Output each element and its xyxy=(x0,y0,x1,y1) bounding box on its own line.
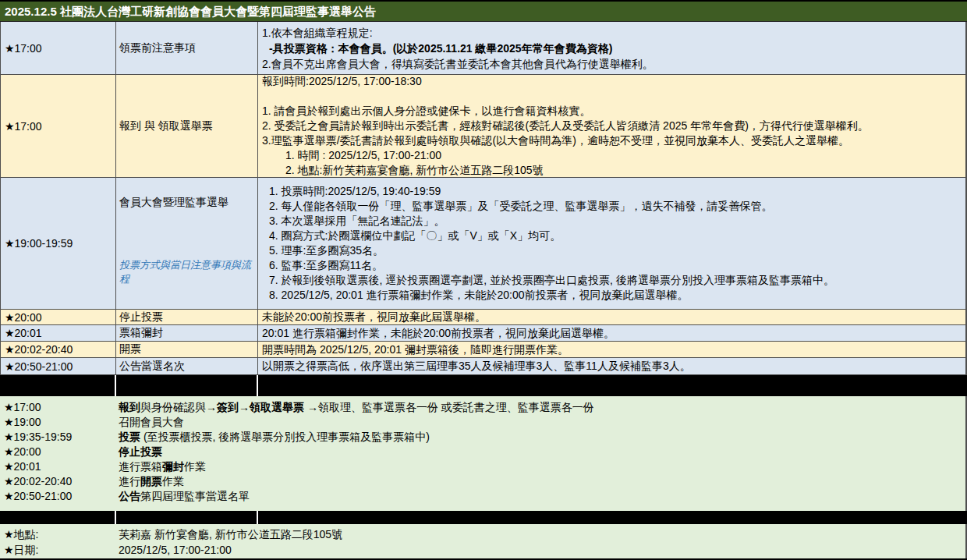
agenda-row: ★20:01 進行票箱彌封作業 xyxy=(0,459,965,474)
time-cell: ★20:50-21:00 xyxy=(1,358,116,374)
agenda-text-part: 簽到 xyxy=(217,401,239,413)
content-line: 2.會員不克出席會員大會，得填寫委託書並委託本會其他會員代為行使選舉權利。 xyxy=(262,56,962,72)
separator-bar xyxy=(0,511,967,524)
content-cell: 未能於20:00前投票者，視同放棄此屆選舉權。 xyxy=(258,310,965,324)
agenda-text-part: 作業 xyxy=(162,475,184,487)
schedule-table: ★17:00 領票前注意事項 1.依本會組織章程規定:-具投票資格：本會會員。(… xyxy=(0,22,967,375)
subject-label: 票箱彌封 xyxy=(119,326,254,340)
content-line: 20:01 進行票箱彌封作業，未能於20:00前投票者，視同放棄此屆選舉權。 xyxy=(262,326,962,341)
content-line: 3. 本次選舉採用「無記名連記法」。 xyxy=(262,214,962,229)
footer-label: ★地點: xyxy=(0,526,115,542)
agenda-text-part: →領取理、監事選票各一份 或委託書之理、監事選票各一份 xyxy=(304,401,594,413)
subject-cell: 會員大會暨理監事選舉 投票方式與當日注意事項與流程 xyxy=(116,178,258,309)
agenda-text-part: 彌封 xyxy=(162,460,184,473)
content-line: 3.理監事選舉票/委託書請於報到處時領取與確認(以大會時間為準)，逾時恕不受理，… xyxy=(262,133,962,148)
content-line: 報到時間:2025/12/5, 17:00-18:30 xyxy=(262,75,962,89)
agenda-text-part: → xyxy=(239,401,250,413)
agenda-text-part: 報到 xyxy=(119,401,140,413)
agenda-content: 停止投票 xyxy=(115,445,965,459)
content-cell: 20:01 進行票箱彌封作業，未能於20:00前投票者，視同放棄此屆選舉權。 xyxy=(258,325,965,341)
subject-note: 投票方式與當日注意事項與流程 xyxy=(119,258,254,286)
time-cell: ★17:00 xyxy=(1,22,116,74)
subject-cell: 票箱彌封 xyxy=(116,325,258,341)
agenda-row: ★19:35-19:59 投票 (至投票櫃投票, 後將選舉票分別投入理事票箱及監… xyxy=(0,430,965,445)
content-cell: 以開票之得票高低，依序選出第三屆理事35人及候補理事3人、監事11人及候補監事3… xyxy=(258,358,965,374)
agenda-text-part: 領取選舉票 xyxy=(250,401,304,413)
agenda-time: ★20:50-21:00 xyxy=(0,489,115,504)
separator-segment xyxy=(258,375,967,396)
schedule-row: ★17:00 領票前注意事項 1.依本會組織章程規定:-具投票資格：本會會員。(… xyxy=(0,22,967,75)
subject-cell: 開票 xyxy=(116,342,258,357)
separator-segment xyxy=(116,511,257,524)
separator-segment xyxy=(0,375,115,396)
content-line xyxy=(262,89,962,104)
subject-label: 會員大會暨理監事選舉 xyxy=(119,196,254,210)
agenda-row: ★20:02-20:40 進行開票作業 xyxy=(0,474,965,489)
subject-label: 停止投票 xyxy=(119,310,254,324)
agenda-content: 進行開票作業 xyxy=(115,474,965,489)
footer-value: 芙莉嘉 新竹宴會廳, 新竹市公道五路二段105號 xyxy=(115,526,965,542)
content-line: 5. 理事:至多圈寫35名。 xyxy=(262,243,962,258)
agenda-time: ★20:01 xyxy=(0,459,115,474)
time-cell: ★20:01 xyxy=(1,325,116,341)
agenda-content: 進行票箱彌封作業 xyxy=(115,459,965,474)
content-line: 1. 請會員於報到處出示個人身分證或健保卡，以進行會籍資料核實。 xyxy=(262,104,962,119)
content-line: 6. 監事:至多圈寫11名。 xyxy=(262,258,962,273)
content-cell: 1. 投票時間:2025/12/5, 19:40-19:592. 每人僅能各領取… xyxy=(258,178,965,309)
schedule-row: ★17:00 報到 與 領取選舉票 報到時間:2025/12/5, 17:00-… xyxy=(0,75,967,178)
agenda-time: ★20:00 xyxy=(0,445,115,459)
separator-segment xyxy=(0,511,115,524)
separator-segment xyxy=(116,375,257,396)
schedule-row: ★20:00 停止投票 未能於20:00前投票者，視同放棄此屆選舉權。 xyxy=(0,310,967,325)
footer-value: 2025/12/5, 17:00-21:00 xyxy=(115,542,965,558)
content-line: 1. 時間 : 2025/12/5, 17:00-21:00 xyxy=(262,148,962,163)
separator-segment xyxy=(258,511,967,524)
agenda-row: ★19:00 召開會員大會 xyxy=(0,415,965,430)
footer-row: ★地點: 芙莉嘉 新竹宴會廳, 新竹市公道五路二段105號 xyxy=(0,526,965,542)
separator-bar xyxy=(0,375,967,396)
content-cell: 1.依本會組織章程規定:-具投票資格：本會會員。(以於2025.11.21 繳畢… xyxy=(258,22,965,74)
agenda-text-part: 第四屆理監事當選名單 xyxy=(140,490,250,502)
content-cell: 開票時間為 2025/12/5, 20:01 彌封票箱後，隨即進行開票作業。 xyxy=(258,342,965,357)
subject-cell: 公告當選名次 xyxy=(116,358,258,374)
content-cell: 報到時間:2025/12/5, 17:00-18:30 1. 請會員於報到處出示… xyxy=(258,75,965,177)
subject-label: 報到 與 領取選舉票 xyxy=(119,119,254,133)
agenda-content: 召開會員大會 xyxy=(115,415,965,430)
agenda-row: ★20:50-21:00 公告第四屆理監事當選名單 xyxy=(0,489,965,504)
venue-section: ★地點: 芙莉嘉 新竹宴會廳, 新竹市公道五路二段105號 ★日期: 2025/… xyxy=(0,524,967,558)
content-line: -具投票資格：本會會員。(以於2025.11.21 繳畢2025年常年會費為資格… xyxy=(262,41,962,56)
agenda-time: ★20:02-20:40 xyxy=(0,474,115,489)
agenda-text-part: (至投票櫃投票, 後將選舉票分別投入理事票箱及監事票箱中) xyxy=(140,431,430,443)
schedule-row: ★20:02-20:40 開票 開票時間為 2025/12/5, 20:01 彌… xyxy=(0,342,967,358)
agenda-text-part: 投票 xyxy=(119,431,140,443)
subject-cell: 領票前注意事項 xyxy=(116,22,258,74)
agenda-content: 投票 (至投票櫃投票, 後將選舉票分別投入理事票箱及監事票箱中) xyxy=(115,430,965,445)
content-line: 4. 圈寫方式:於圈選欄位中劃記「〇」或「V」或「X」均可。 xyxy=(262,229,962,243)
agenda-text-part: 進行 xyxy=(119,475,140,487)
agenda-text-part: 停止投票 xyxy=(119,445,162,458)
time-cell: ★20:02-20:40 xyxy=(1,342,116,357)
content-line: 1.依本會組織章程規定: xyxy=(262,25,962,41)
content-line: 8. 2025/12/5, 20:01 進行票箱彌封作業，未能於20:00前投票… xyxy=(262,288,962,303)
agenda-text-part: 與身份確認與→ xyxy=(140,401,217,413)
agenda-text-part: 開票 xyxy=(140,475,162,487)
content-line: 未能於20:00前投票者，視同放棄此屆選舉權。 xyxy=(262,310,962,324)
content-line: 開票時間為 2025/12/5, 20:01 彌封票箱後，隨即進行開票作業。 xyxy=(262,342,962,357)
agenda-time: ★19:00 xyxy=(0,415,115,430)
content-line: 7. 於報到後領取選票後, 逕於投票圈選亭劃選, 並於投票圈亭出口處投票, 後將… xyxy=(262,273,962,288)
content-line: 2. 每人僅能各領取一份「理、監事選舉票」及「受委託之理、監事選舉票」，遺失不補… xyxy=(262,199,962,214)
agenda-text-part: 召開會員大會 xyxy=(119,416,184,428)
time-cell: ★20:00 xyxy=(1,310,116,324)
page-title: 2025.12.5 社團法人台灣工研新創協會會員大會暨第四屆理監事選舉公告 xyxy=(0,2,967,22)
subject-label: 領票前注意事項 xyxy=(119,41,254,55)
agenda-content: 公告第四屆理監事當選名單 xyxy=(115,489,965,504)
agenda-text-part: 進行票箱 xyxy=(119,460,162,473)
subject-cell: 報到 與 領取選舉票 xyxy=(116,75,258,177)
agenda-time: ★19:35-19:59 xyxy=(0,430,115,445)
content-line: 2. 受委託之會員請於報到時出示委託書，經核對確認後(委託人及受委託人皆須繳清 … xyxy=(262,119,962,133)
footer-label: ★日期: xyxy=(0,542,115,558)
content-line: 2. 地點:新竹芙莉嘉宴會廳, 新竹市公道五路二段105號 xyxy=(262,163,962,177)
agenda-row: ★20:00 停止投票 xyxy=(0,445,965,459)
footer-row: ★日期: 2025/12/5, 17:00-21:00 xyxy=(0,542,965,558)
time-cell: ★19:00-19:59 xyxy=(1,178,116,309)
